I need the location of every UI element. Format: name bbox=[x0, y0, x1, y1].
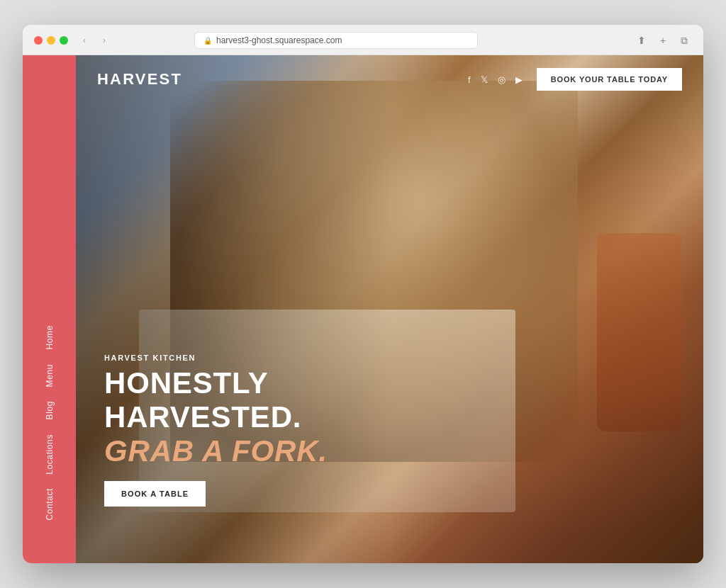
new-tab-button[interactable]: + bbox=[655, 33, 671, 48]
youtube-icon[interactable]: ▶ bbox=[515, 74, 523, 85]
site-logo[interactable]: HARVEST bbox=[97, 70, 182, 89]
facebook-icon[interactable]: f bbox=[468, 74, 471, 85]
twitter-icon[interactable]: 𝕏 bbox=[481, 74, 488, 85]
browser-chrome: ‹ › 🔒 harvest3-ghost.squarespace.com ⬆ +… bbox=[23, 25, 703, 55]
nav-forward-button[interactable]: › bbox=[96, 33, 112, 48]
sidebar-item-menu[interactable]: Menu bbox=[40, 357, 59, 394]
header-overlay: HARVEST f 𝕏 ◎ ▶ BOOK YOUR TABLE TODAY bbox=[76, 55, 703, 103]
hero-headline-line1: HONESTLY bbox=[104, 368, 328, 399]
nav-back-button[interactable]: ‹ bbox=[77, 33, 92, 48]
traffic-light-maximize[interactable] bbox=[60, 36, 68, 45]
book-table-header-button[interactable]: BOOK YOUR TABLE TODAY bbox=[537, 68, 682, 91]
sidebar-item-blog[interactable]: Blog bbox=[40, 394, 59, 426]
sidebar: Home Menu Blog Locations Contact bbox=[23, 55, 76, 563]
instagram-icon[interactable]: ◎ bbox=[498, 74, 506, 85]
website: Home Menu Blog Locations Contact bbox=[23, 55, 703, 563]
hero-headline-line2: HARVESTED. bbox=[104, 402, 328, 433]
hero-text: HARVEST KITCHEN HONESTLY HARVESTED. GRAB… bbox=[104, 354, 328, 507]
share-button[interactable]: ⬆ bbox=[634, 33, 649, 48]
sidebar-item-locations[interactable]: Locations bbox=[40, 427, 59, 482]
traffic-light-close[interactable] bbox=[34, 36, 43, 45]
header-right: f 𝕏 ◎ ▶ BOOK YOUR TABLE TODAY bbox=[468, 68, 682, 91]
nav-items: Home Menu Blog Locations Contact bbox=[40, 318, 59, 528]
browser-nav: ‹ › bbox=[77, 33, 112, 48]
hero-headline-line3: GRAB A FORK. bbox=[104, 436, 328, 467]
main-content: HARVEST f 𝕏 ◎ ▶ BOOK YOUR TABLE TODAY HA… bbox=[76, 55, 703, 563]
hero-subtitle: HARVEST KITCHEN bbox=[104, 354, 328, 362]
tabs-button[interactable]: ⧉ bbox=[676, 33, 692, 48]
traffic-lights bbox=[34, 36, 68, 45]
lock-icon: 🔒 bbox=[203, 37, 212, 45]
browser-window: ‹ › 🔒 harvest3-ghost.squarespace.com ⬆ +… bbox=[23, 25, 703, 563]
url-text: harvest3-ghost.squarespace.com bbox=[216, 35, 342, 45]
book-table-cta-button[interactable]: BOOK A TABLE bbox=[104, 481, 206, 507]
traffic-light-minimize[interactable] bbox=[47, 36, 55, 45]
browser-actions: ⬆ + ⧉ bbox=[634, 33, 692, 48]
drink-glass bbox=[597, 233, 682, 431]
address-bar[interactable]: 🔒 harvest3-ghost.squarespace.com bbox=[194, 32, 478, 49]
sidebar-item-contact[interactable]: Contact bbox=[40, 481, 59, 528]
social-icons: f 𝕏 ◎ ▶ bbox=[468, 74, 523, 85]
sidebar-item-home[interactable]: Home bbox=[40, 318, 59, 356]
